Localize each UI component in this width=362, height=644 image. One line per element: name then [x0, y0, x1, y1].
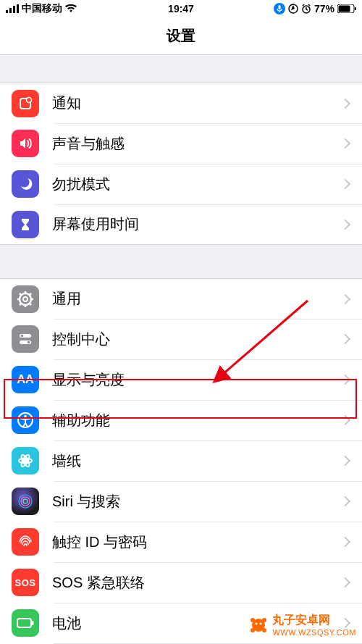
siri-icon — [12, 488, 39, 515]
chevron-right-icon — [340, 375, 350, 385]
svg-rect-3 — [17, 4, 19, 13]
chevron-right-icon — [340, 293, 350, 304]
flower-icon — [12, 447, 39, 474]
svg-rect-0 — [6, 10, 8, 13]
row-notifications[interactable]: 通知 — [0, 83, 362, 123]
row-touchid[interactable]: 触控 ID 与密码 — [0, 522, 362, 562]
status-left: 中国移动 — [6, 2, 77, 15]
svg-point-44 — [256, 622, 258, 624]
svg-rect-37 — [32, 621, 34, 625]
row-label: Siri 与搜索 — [52, 492, 342, 511]
svg-rect-1 — [9, 8, 12, 13]
chevron-right-icon — [340, 456, 350, 466]
row-dnd[interactable]: 勿扰模式 — [0, 164, 362, 204]
row-label: 屏幕使用时间 — [52, 214, 342, 234]
svg-point-34 — [21, 497, 30, 506]
svg-point-13 — [20, 293, 31, 305]
status-time: 19:47 — [168, 3, 194, 14]
row-label: 显示与亮度 — [52, 370, 342, 390]
row-label: 触控 ID 与密码 — [52, 532, 342, 552]
watermark-logo-icon — [249, 616, 268, 635]
svg-point-42 — [251, 628, 255, 632]
chevron-right-icon — [340, 415, 350, 425]
accessibility-icon — [12, 406, 39, 434]
row-display[interactable]: AA 显示与亮度 — [0, 359, 362, 400]
svg-rect-10 — [355, 7, 356, 10]
row-label: 墙纸 — [52, 451, 342, 471]
svg-point-41 — [262, 618, 266, 622]
chevron-right-icon — [340, 537, 350, 547]
svg-line-19 — [20, 293, 21, 295]
chevron-right-icon — [340, 138, 350, 149]
svg-line-22 — [30, 293, 31, 295]
row-sounds[interactable]: 声音与触感 — [0, 123, 362, 164]
row-screentime[interactable]: 屏幕使用时间 — [0, 204, 362, 245]
row-label: 通知 — [52, 93, 342, 113]
group-gap — [0, 55, 362, 83]
chevron-right-icon — [340, 334, 350, 344]
svg-point-26 — [28, 341, 30, 344]
svg-point-24 — [21, 335, 24, 338]
svg-point-28 — [24, 415, 27, 418]
chevron-right-icon — [340, 98, 350, 108]
watermark: 丸子安卓网 WWW.WZSQSY.COM — [249, 613, 356, 637]
row-wallpaper[interactable]: 墙纸 — [0, 440, 362, 481]
svg-point-45 — [260, 622, 262, 624]
switches-icon — [12, 325, 39, 353]
battery-icon — [337, 4, 356, 13]
wifi-icon — [65, 4, 77, 13]
svg-point-12 — [27, 97, 32, 102]
chevron-right-icon — [340, 496, 350, 506]
notification-icon — [12, 90, 39, 117]
svg-point-40 — [251, 618, 255, 622]
status-right: 77% — [274, 3, 356, 14]
row-sos[interactable]: SOS SOS 紧急联络 — [0, 562, 362, 603]
cellular-icon — [6, 4, 19, 13]
svg-line-20 — [30, 304, 31, 305]
svg-rect-5 — [278, 5, 280, 9]
row-controlcenter[interactable]: 控制中心 — [0, 319, 362, 359]
row-accessibility[interactable]: 辅助功能 — [0, 400, 362, 440]
watermark-url: WWW.WZSQSY.COM — [272, 628, 356, 637]
aa-icon: AA — [12, 366, 39, 393]
page-title: 设置 — [167, 26, 195, 46]
row-general[interactable]: 通用 — [0, 278, 362, 319]
voice-icon — [274, 3, 285, 14]
gear-icon — [12, 285, 39, 313]
row-label: 控制中心 — [52, 330, 342, 349]
svg-rect-36 — [17, 619, 31, 627]
chevron-right-icon — [340, 219, 350, 229]
row-label: 辅助功能 — [52, 411, 342, 430]
svg-rect-9 — [339, 6, 350, 12]
chevron-right-icon — [340, 577, 350, 587]
hourglass-icon — [12, 211, 39, 238]
svg-point-35 — [23, 499, 28, 503]
speaker-icon — [12, 130, 39, 157]
row-label: SOS 紧急联络 — [52, 573, 342, 593]
row-siri[interactable]: Siri 与搜索 — [0, 481, 362, 522]
row-label: 声音与触感 — [52, 134, 342, 154]
group-gap — [0, 245, 362, 278]
chevron-right-icon — [340, 179, 350, 189]
svg-point-43 — [262, 628, 266, 632]
svg-rect-2 — [13, 6, 15, 13]
alarm-icon — [301, 4, 311, 14]
watermark-brand: 丸子安卓网 — [272, 614, 330, 626]
row-label: 通用 — [52, 289, 342, 309]
carrier-label: 中国移动 — [22, 2, 62, 15]
status-bar: 中国移动 19:47 77% — [0, 0, 362, 17]
sos-icon: SOS — [12, 569, 39, 596]
row-label: 勿扰模式 — [52, 175, 342, 194]
compass-icon — [288, 4, 298, 14]
fingerprint-icon — [12, 528, 39, 556]
svg-line-21 — [20, 304, 21, 305]
nav-bar: 设置 — [0, 17, 362, 55]
battery-percent: 77% — [314, 3, 334, 14]
moon-icon — [12, 170, 39, 198]
svg-point-14 — [23, 297, 28, 301]
battery-icon — [12, 609, 39, 637]
